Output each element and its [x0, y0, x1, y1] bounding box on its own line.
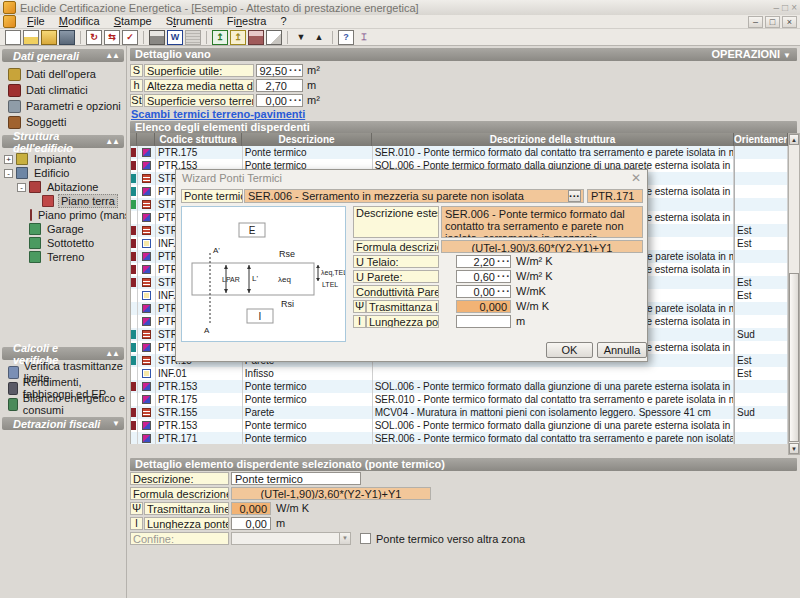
field-label: Conduttività Parete:: [353, 285, 439, 298]
row-icon-cell: [138, 172, 156, 185]
sidebar-section-header-1[interactable]: Struttura dell'edificio▲▲: [2, 135, 124, 148]
ellipsis-button[interactable]: ···: [497, 271, 509, 282]
column-header-1: [137, 133, 155, 146]
annulla-button[interactable]: Annulla: [597, 342, 647, 358]
cell-orientamento: [734, 380, 788, 393]
table-row[interactable]: PTR.171Ponte termicoSER.006 - Ponte term…: [131, 432, 788, 444]
move-down-icon[interactable]: ▼: [293, 30, 309, 45]
ellipsis-button[interactable]: ···: [497, 256, 509, 267]
collapse-icon[interactable]: ▲▲: [105, 51, 119, 60]
scroll-down-icon[interactable]: ▼: [789, 443, 799, 454]
new-document-icon[interactable]: [5, 30, 21, 45]
import-green-icon[interactable]: ↥: [212, 30, 228, 45]
field-value[interactable]: 2,70: [256, 79, 303, 92]
field-prefix: l: [130, 517, 143, 530]
row-icon-cell: [138, 367, 156, 380]
menu-item-stampe[interactable]: Stampe: [107, 15, 159, 28]
field-value[interactable]: 0,00···: [256, 94, 303, 107]
ellipsis-button[interactable]: ···: [497, 286, 509, 297]
ok-button[interactable]: OK: [546, 342, 593, 358]
sidebar-section-header-0[interactable]: Dati generali▲▲: [2, 49, 124, 62]
cell-orientamento: [734, 250, 788, 263]
mdi-minimize-icon[interactable]: –: [748, 16, 763, 28]
tree-item[interactable]: Piano terra: [0, 194, 126, 208]
help-icon[interactable]: ?: [338, 30, 354, 45]
table-scrollbar[interactable]: ▲ ▼: [788, 133, 800, 455]
sidebar-item[interactable]: Bilancio energetico e consumi: [0, 396, 126, 412]
scambi-termici-link[interactable]: Scambi termici terreno-pavimenti: [131, 108, 305, 120]
table-row[interactable]: STR.155PareteMCV04 - Muratura in mattoni…: [131, 406, 788, 419]
export-word-icon[interactable]: W: [167, 30, 183, 45]
mdi-restore-icon[interactable]: □: [765, 16, 780, 28]
confine-select[interactable]: ▼: [231, 532, 351, 545]
menu-item-modifica[interactable]: Modifica: [52, 15, 107, 28]
field-value[interactable]: 0,00···: [456, 285, 511, 298]
sidebar-item[interactable]: Dati climatici: [0, 82, 126, 98]
open-folder-icon[interactable]: [41, 30, 57, 45]
field-value[interactable]: 0,000: [456, 300, 511, 313]
table-row[interactable]: PTR.153Ponte termicoSOL.006 - Ponte term…: [131, 419, 788, 432]
ellipsis-button[interactable]: ···: [568, 190, 581, 202]
ellipsis-button[interactable]: ···: [289, 65, 301, 76]
replace-document-icon[interactable]: ⇆: [104, 30, 120, 45]
scroll-up-icon[interactable]: ▲: [789, 134, 799, 145]
new-template-icon[interactable]: [23, 30, 39, 45]
svg-text:A': A': [213, 246, 220, 255]
expand-icon[interactable]: ▼: [112, 419, 119, 428]
tree-item[interactable]: Piano primo (mansarda): [0, 208, 126, 222]
exit-icon[interactable]: ⌶: [356, 30, 372, 45]
field-value[interactable]: Ponte termico: [231, 472, 361, 485]
maximize-icon[interactable]: □: [782, 2, 788, 13]
copy-structure-icon[interactable]: [266, 30, 282, 45]
sidebar-item[interactable]: Soggetti: [0, 114, 126, 130]
table-row[interactable]: INF.01InfissoEst: [131, 367, 788, 380]
field-prefix: h: [130, 79, 143, 92]
menu-item-[interactable]: ?: [274, 15, 294, 28]
sidebar-item[interactable]: Dati dell'opera: [0, 66, 126, 82]
menu-item-strumenti[interactable]: Strumenti: [159, 15, 220, 28]
minimize-icon[interactable]: –: [774, 2, 780, 13]
field-value[interactable]: 0,00: [231, 517, 271, 530]
field-value[interactable]: 0,000: [231, 502, 271, 515]
move-up-icon[interactable]: ▲: [311, 30, 327, 45]
field-value[interactable]: 2,20···: [456, 255, 511, 268]
altra-zona-checkbox[interactable]: [360, 533, 371, 544]
table-row[interactable]: PTR.175Ponte termicoSER.010 - Ponte term…: [131, 146, 788, 159]
menu-item-file[interactable]: File: [20, 15, 52, 28]
collapse-icon[interactable]: ▲▲: [105, 137, 119, 146]
field-value[interactable]: 92,50···: [256, 64, 303, 77]
import-yellow-icon[interactable]: ↥: [230, 30, 246, 45]
collapse-icon[interactable]: -: [17, 183, 26, 192]
tree-item[interactable]: Sottotetto: [0, 236, 126, 250]
mdi-close-icon[interactable]: ×: [782, 16, 797, 28]
save-icon[interactable]: [59, 30, 75, 45]
collapse-icon[interactable]: ▲▲: [105, 349, 119, 358]
tree-item[interactable]: -Abitazione: [0, 180, 126, 194]
cell-descrizione: Ponte termico: [243, 432, 373, 444]
menu-item-finestra[interactable]: Finestra: [220, 15, 274, 28]
sidebar-section-header-3[interactable]: Detrazioni fiscali▼: [2, 417, 124, 430]
verify-document-icon[interactable]: ✓: [122, 30, 138, 45]
collapse-icon[interactable]: -: [4, 169, 13, 178]
close-icon[interactable]: ×: [791, 2, 797, 13]
field-value[interactable]: [456, 315, 511, 328]
sidebar-section-header-2[interactable]: Calcoli e verifiche▲▲: [2, 347, 124, 360]
print-icon[interactable]: [149, 30, 165, 45]
refresh-document-icon[interactable]: ↻: [86, 30, 102, 45]
ponte-termico-combo[interactable]: SER.006 - Serramento in mezzeria su pare…: [244, 189, 584, 203]
scrollbar-thumb[interactable]: [789, 273, 799, 442]
export-grid-disabled-icon[interactable]: [185, 30, 201, 45]
table-row[interactable]: PTR.153Ponte termicoSOL.006 - Ponte term…: [131, 380, 788, 393]
tree-item[interactable]: Terreno: [0, 250, 126, 264]
expand-icon[interactable]: +: [4, 155, 13, 164]
field-value[interactable]: 0,60···: [456, 270, 511, 283]
operations-button[interactable]: OPERAZIONI ▼: [712, 48, 791, 62]
tree-item[interactable]: -Edificio: [0, 166, 126, 180]
tree-item[interactable]: +Impianto: [0, 152, 126, 166]
print-copy-icon[interactable]: [248, 30, 264, 45]
table-row[interactable]: PTR.175Ponte termicoSER.010 - Ponte term…: [131, 393, 788, 406]
ellipsis-button[interactable]: ···: [289, 95, 301, 106]
dialog-close-icon[interactable]: ✕: [631, 171, 641, 185]
tree-item[interactable]: Garage: [0, 222, 126, 236]
sidebar-item[interactable]: Parametri e opzioni: [0, 98, 126, 114]
